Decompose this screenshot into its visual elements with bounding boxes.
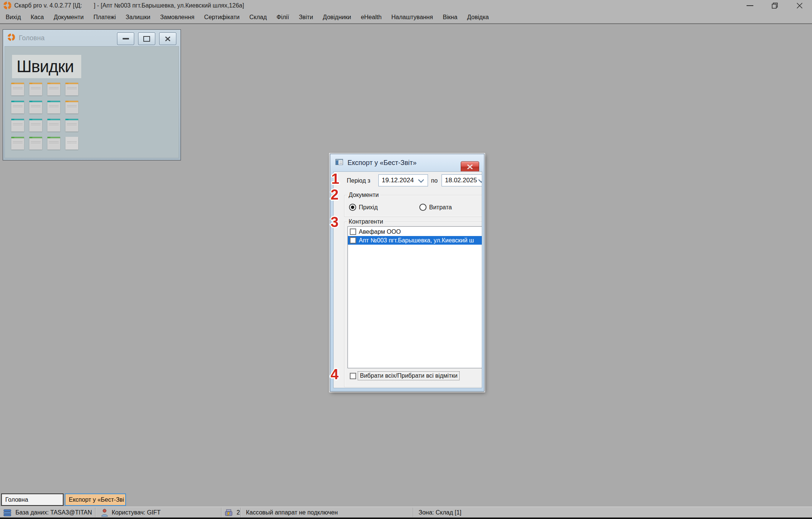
shortcut-tile[interactable] (47, 83, 60, 95)
radio-option-prihid[interactable]: Прихід (349, 204, 378, 211)
restore-button[interactable] (762, 0, 787, 11)
dialog-client-area: Період з 19.12.2024 по 18.02.2025 Докуме… (333, 171, 482, 388)
shortcut-tile[interactable] (29, 137, 42, 150)
period-from-label: Період з (347, 177, 370, 184)
contractors-listbox[interactable]: Авефарм ООО Апт №003 пгт.Барышевка, ул.К… (348, 226, 482, 368)
status-cash-count-text: 2 (237, 509, 240, 516)
status-separator (241, 508, 241, 517)
tile-color-bar (29, 83, 42, 84)
status-zone-text: Зона: Склад [1] (419, 509, 461, 516)
period-from-value: 19.12.2024 (379, 177, 417, 184)
checkbox-unchecked[interactable] (350, 228, 356, 235)
select-all-row[interactable]: Вибрати всіх/Прибрати всі відмітки (350, 371, 460, 380)
period-from-combobox[interactable]: 19.12.2024 (378, 174, 428, 186)
export-dialog-titlebar[interactable]: Експорт у «Бест-Звіт» (330, 154, 484, 171)
menu-item-1[interactable]: Вихід (1, 14, 26, 21)
tile-color-bar (65, 119, 78, 120)
radio-button-checked[interactable] (349, 204, 356, 211)
window-controls (738, 0, 812, 11)
contractors-group-label: Контрагенти (347, 218, 385, 225)
status-cash-status: Кассовый аппарат не подключен (246, 507, 338, 518)
shortcut-tile[interactable] (29, 83, 42, 95)
database-icon (3, 508, 12, 517)
annotation-1: 1 (331, 171, 339, 187)
menu-item-3[interactable]: Документи (49, 14, 89, 21)
shortcut-tile[interactable] (47, 119, 60, 132)
menu-divider (0, 23, 812, 24)
status-bar: База даних: TASA3@TITAN Користувач: GIFT… (0, 507, 812, 518)
menu-item-11[interactable]: Довідники (318, 14, 356, 21)
annotation-3: 3 (331, 214, 338, 230)
menu-item-15[interactable]: Довідка (462, 14, 494, 21)
menu-item-8[interactable]: Склад (244, 14, 272, 21)
quick-access-heading: Швидки (17, 57, 74, 76)
shortcut-tile[interactable] (11, 83, 24, 95)
status-separator (221, 508, 222, 517)
menu-item-4[interactable]: Платежі (89, 14, 121, 21)
menu-item-14[interactable]: Вікна (438, 14, 462, 21)
mdi-window-golovna: Головна Швидки (3, 29, 181, 160)
user-icon (101, 508, 108, 517)
shortcut-tile[interactable] (11, 137, 24, 150)
shortcut-tile[interactable] (29, 101, 42, 113)
mdi-close-button[interactable] (159, 32, 176, 45)
mdi-minimize-button[interactable] (117, 32, 134, 45)
mdi-restore-button[interactable] (138, 32, 155, 45)
period-to-value: 18.02.2025 (442, 177, 478, 184)
minimize-button[interactable] (738, 0, 762, 11)
shortcut-tile[interactable] (65, 119, 78, 132)
tab-label: Експорт у «Бест-Зві ... (69, 496, 126, 503)
menu-item-5[interactable]: Залишки (121, 14, 155, 21)
shortcut-tile[interactable] (29, 119, 42, 132)
quick-access-panel: Швидки (12, 55, 81, 78)
list-item-label: Апт №003 пгт.Барышевка, ул.Киевский ш (359, 237, 474, 244)
radio-label: Витрата (429, 204, 452, 211)
shortcut-tile[interactable] (11, 101, 24, 113)
tile-color-bar (47, 137, 60, 138)
menu-item-13[interactable]: Налаштування (387, 14, 438, 21)
mdi-titlebar[interactable]: Головна (3, 30, 181, 46)
checkbox-unchecked[interactable] (350, 237, 356, 244)
status-user: Користувач: GIFT (101, 507, 161, 518)
tile-color-bar (65, 101, 78, 102)
screen-bottom-edge (0, 517, 812, 519)
dialog-close-button[interactable] (461, 161, 479, 172)
shortcut-tile[interactable] (65, 101, 78, 113)
taskbar-tab-golovna[interactable]: Головна (1, 493, 64, 506)
radio-option-vitrata[interactable]: Витрата (419, 204, 452, 211)
chevron-down-icon (418, 177, 424, 183)
tile-color-bar (11, 137, 24, 138)
list-item[interactable]: Апт №003 пгт.Барышевка, ул.Киевский ш (348, 236, 482, 245)
list-item[interactable]: Авефарм ООО (348, 227, 482, 236)
radio-button-unchecked[interactable] (419, 204, 426, 211)
status-zone: Зона: Склад [1] (419, 507, 461, 518)
shortcut-tile[interactable] (47, 101, 60, 113)
documents-groupbox: Документи Прихід Витрата (344, 195, 482, 217)
list-item-label: Авефарм ООО (359, 228, 401, 235)
documents-group-label: Документи (347, 192, 380, 198)
application-window: Скарб pro v. 4.0.2.77 [ІД: ] - [Апт №003… (0, 0, 812, 519)
menu-item-7[interactable]: Сертифікати (199, 14, 244, 21)
close-button[interactable] (787, 0, 812, 11)
mdi-window-controls (117, 32, 176, 45)
menu-item-9[interactable]: Філії (272, 14, 294, 21)
annotation-4: 4 (331, 366, 338, 383)
export-dialog: Експорт у «Бест-Звіт» Період з 19.12.202… (330, 154, 484, 392)
menu-item-6[interactable]: Замовлення (155, 14, 199, 21)
shortcut-tile[interactable] (11, 119, 24, 132)
menu-item-2[interactable]: Каса (26, 14, 49, 21)
period-to-combobox[interactable]: 18.02.2025 (442, 174, 482, 186)
menu-item-10[interactable]: Звіти (294, 14, 318, 21)
mdi-window-title: Головна (19, 34, 44, 42)
shortcut-tile[interactable] (65, 83, 78, 95)
tile-color-bar (29, 137, 42, 138)
shortcut-tiles (11, 83, 87, 154)
tile-color-bar (11, 101, 24, 102)
tile-color-bar (47, 101, 60, 102)
chevron-down-icon (478, 177, 482, 183)
shortcut-tile[interactable] (65, 137, 78, 150)
menu-item-12[interactable]: eHealth (356, 14, 386, 21)
shortcut-tile[interactable] (47, 137, 60, 150)
select-all-checkbox[interactable] (350, 373, 356, 379)
taskbar-tab-export[interactable]: Експорт у «Бест-Зві ... (65, 493, 126, 506)
